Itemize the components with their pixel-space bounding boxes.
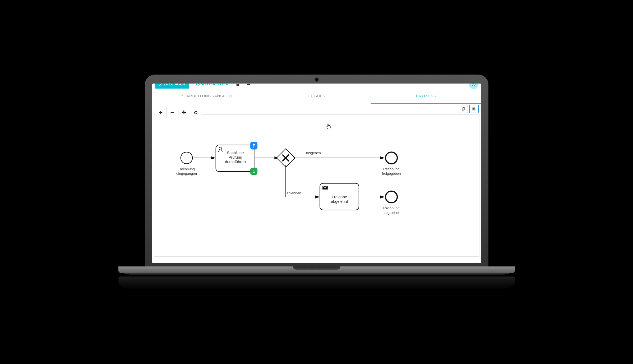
laptop-mockup: ERLEDIGEN WEITERLEITEN BEARBEITUNGS (145, 75, 488, 290)
process-canvas-area: Rechnung eingegangen Sachliche Prüfung (152, 104, 481, 258)
end-event-rejected[interactable] (385, 191, 397, 202)
tab-edit-view[interactable]: BEARBEITUNGSANSICHT (152, 89, 262, 104)
end-bottom-label-1: Rechnung (383, 206, 400, 210)
laptop-base (118, 266, 515, 273)
flow-approve-label: freigeben (306, 151, 321, 155)
minus-icon (170, 110, 175, 115)
laptop-reflection (118, 277, 515, 290)
start-event-label-1: Rechnung (178, 167, 195, 171)
envelope-icon (322, 186, 328, 190)
bpmn-diagram: Rechnung eingegangen Sachliche Prüfung (154, 115, 479, 256)
laptop-foot (124, 273, 510, 275)
task-label-3: durchführen (225, 160, 246, 164)
bpmn-canvas[interactable]: Rechnung eingegangen Sachliche Prüfung (154, 114, 479, 257)
task-label-1: Sachliche (227, 150, 244, 155)
zoom-in-button[interactable] (155, 107, 167, 118)
task-label-2: Prüfung (228, 155, 242, 159)
zoom-fit-button[interactable] (178, 107, 190, 118)
action-toolbar: ERLEDIGEN WEITERLEITEN (152, 84, 481, 89)
forward-arrow-icon (195, 84, 200, 87)
complete-button-label: ERLEDIGEN (164, 84, 185, 86)
laptop-camera (315, 78, 318, 81)
flow-reject-label: ablehnen (287, 191, 301, 195)
tab-process[interactable]: PROZESS (371, 89, 481, 104)
end-top-label-1: Rechnung (383, 167, 400, 171)
reject-task-label-2: abgelehnt (331, 199, 348, 204)
plus-icon (158, 110, 163, 115)
tab-bar: BEARBEITUNGSANSICHT DETAILS PROZESS (152, 89, 481, 104)
svg-rect-0 (247, 84, 250, 85)
laptop-hinge-notch (293, 266, 340, 270)
start-event-label-2: eingegangen (176, 172, 197, 176)
view-mode-copy-button[interactable] (459, 105, 468, 113)
end-event-approved[interactable] (385, 152, 397, 164)
laptop-screen-frame: ERLEDIGEN WEITERLEITEN BEARBEITUNGS (145, 75, 488, 266)
forward-button-label: WEITERLEITEN (201, 84, 229, 86)
instance-count-value: 1 (253, 169, 255, 174)
minus-box-icon[interactable] (245, 84, 252, 87)
power-icon (471, 84, 476, 87)
end-top-label-2: freigegeben (382, 172, 401, 176)
start-event[interactable] (181, 152, 192, 164)
tab-details[interactable]: DETAILS (262, 89, 371, 104)
reject-task-label-1: Freigabe (331, 195, 347, 199)
app-viewport: ERLEDIGEN WEITERLEITEN BEARBEITUNGS (152, 84, 481, 263)
diagram-view-icon (472, 107, 476, 111)
zoom-controls (155, 107, 202, 118)
move-icon (181, 110, 187, 115)
copy-icon (461, 107, 465, 111)
zoom-reset-button[interactable] (190, 107, 202, 118)
view-mode-switch (459, 105, 478, 113)
view-mode-diagram-button[interactable] (469, 105, 478, 113)
end-bottom-label-2: abgelehnt (384, 211, 399, 215)
refresh-icon (193, 110, 198, 115)
power-button[interactable] (469, 84, 478, 89)
complete-button[interactable]: ERLEDIGEN (155, 84, 189, 89)
zoom-out-button[interactable] (167, 107, 178, 118)
check-icon (158, 84, 162, 86)
lock-icon[interactable] (234, 84, 241, 87)
forward-button[interactable]: WEITERLEITEN (193, 84, 231, 88)
